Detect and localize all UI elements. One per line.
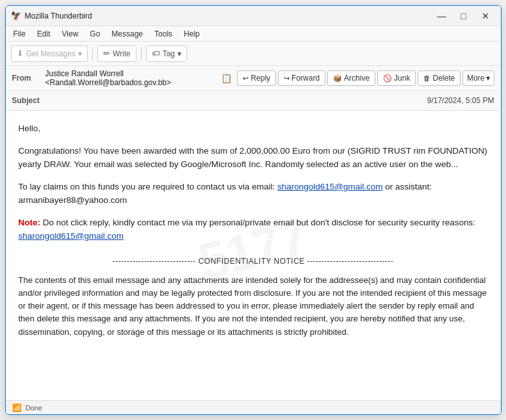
menubar: File Edit View Go Message Tools Help	[6, 26, 501, 42]
paragraph2-post: or assistant:	[383, 182, 432, 191]
paragraph1: Congratulations! You have been awarded w…	[19, 145, 488, 172]
subject-label: Subject	[12, 96, 40, 105]
toolbar-divider-1	[92, 47, 93, 61]
menu-edit[interactable]: Edit	[32, 28, 56, 40]
menu-go[interactable]: Go	[85, 28, 105, 40]
delete-button[interactable]: 🗑 Delete	[418, 70, 461, 86]
close-button[interactable]: ✕	[475, 7, 496, 25]
reply-icon: ↩	[243, 74, 249, 83]
address-book-icon[interactable]: 📋	[221, 73, 232, 83]
tag-button[interactable]: 🏷 Tag ▾	[146, 45, 187, 62]
from-email: <Randall.Worrell@barbados.gov.bb>	[45, 78, 172, 87]
greeting: Hello,	[19, 122, 488, 136]
archive-icon: 📦	[333, 74, 342, 83]
forward-button[interactable]: ↪ Forward	[278, 70, 325, 86]
junk-label: Junk	[394, 74, 410, 83]
menu-message[interactable]: Message	[106, 28, 148, 40]
note-label: Note:	[19, 218, 41, 227]
paragraph2: To lay claims on this funds you are requ…	[19, 181, 488, 207]
confidentiality-divider: ----------------------------- CONFIDENTI…	[19, 255, 488, 268]
note-paragraph: Note: Do not click reply, kindly contact…	[19, 216, 488, 243]
assistant-email: armanibayer88@yahoo.com	[19, 195, 127, 205]
subject-row: Subject 9/17/2024, 5:05 PM	[6, 91, 501, 110]
more-button[interactable]: More ▾	[462, 70, 494, 86]
from-label: From	[12, 74, 40, 83]
body-content: Hello, Congratulations! You have been aw…	[19, 122, 488, 339]
from-address: Justice Randall Worrell <Randall.Worrell…	[45, 69, 216, 87]
archive-button[interactable]: 📦 Archive	[327, 70, 375, 86]
forward-icon: ↪	[284, 74, 290, 83]
main-window: 🦅 Mozilla Thunderbird — □ ✕ File Edit Vi…	[5, 5, 502, 415]
email-body[interactable]: 5177 Hello, Congratulations! You have be…	[6, 111, 501, 400]
toolbar-divider-2	[141, 47, 142, 61]
get-messages-icon: ⬇	[17, 49, 24, 58]
maximize-button[interactable]: □	[453, 7, 474, 25]
menu-view[interactable]: View	[57, 28, 84, 40]
from-row: From Justice Randall Worrell <Randall.Wo…	[6, 66, 501, 91]
confidentiality-section: ----------------------------- CONFIDENTI…	[19, 255, 488, 338]
write-label: Write	[113, 49, 131, 58]
window-controls: — □ ✕	[432, 7, 496, 25]
reply-button[interactable]: ↩ Reply	[237, 70, 276, 86]
forward-label: Forward	[291, 74, 320, 83]
get-messages-button[interactable]: ⬇ Get Messages ▾	[11, 45, 88, 62]
menu-file[interactable]: File	[8, 28, 31, 40]
more-dropdown-icon: ▾	[486, 74, 490, 83]
tag-label: Tag	[163, 49, 175, 58]
action-buttons: ↩ Reply ↪ Forward 📦 Archive 🚫 Junk 🗑	[237, 70, 494, 86]
email-header: From Justice Randall Worrell <Randall.Wo…	[6, 66, 501, 111]
contact-email-link[interactable]: sharongold615@gmail.com	[277, 182, 383, 191]
write-button[interactable]: ✏ Write	[97, 45, 136, 62]
delete-label: Delete	[432, 74, 455, 83]
note-text: Do not click reply, kindly contact me vi…	[40, 218, 475, 227]
archive-label: Archive	[344, 74, 370, 83]
confidentiality-text: The contents of this email message and a…	[19, 274, 488, 339]
paragraph2-pre: To lay claims on this funds you are requ…	[19, 182, 277, 191]
window-title: Mozilla Thunderbird	[25, 12, 432, 20]
tag-dropdown-icon[interactable]: ▾	[177, 49, 181, 58]
wifi-icon: 📶	[12, 403, 22, 412]
reply-label: Reply	[250, 74, 270, 83]
toolbar: ⬇ Get Messages ▾ ✏ Write 🏷 Tag ▾	[6, 42, 501, 66]
get-messages-dropdown-icon[interactable]: ▾	[78, 49, 82, 58]
status-text: Done	[26, 404, 42, 412]
more-label: More	[467, 74, 484, 83]
minimize-button[interactable]: —	[432, 7, 452, 25]
junk-button[interactable]: 🚫 Junk	[377, 70, 416, 86]
menu-help[interactable]: Help	[179, 28, 205, 40]
write-icon: ✏	[103, 49, 110, 58]
get-messages-label: Get Messages	[26, 49, 76, 58]
from-name: Justice Randall Worrell	[45, 69, 124, 78]
note-email-link[interactable]: sharongold615@gmail.com	[19, 231, 124, 241]
tag-icon: 🏷	[152, 49, 160, 58]
titlebar: 🦅 Mozilla Thunderbird — □ ✕	[6, 6, 501, 26]
app-icon: 🦅	[11, 11, 21, 21]
delete-icon: 🗑	[423, 74, 430, 82]
date-value: 9/17/2024, 5:05 PM	[427, 96, 494, 105]
menu-tools[interactable]: Tools	[149, 28, 177, 40]
statusbar: 📶 Done	[6, 400, 501, 414]
junk-icon: 🚫	[383, 74, 392, 83]
